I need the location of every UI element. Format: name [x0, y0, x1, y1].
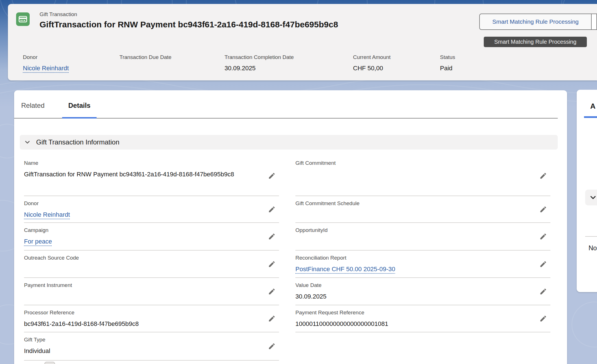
object-label: Gift Transaction	[40, 11, 338, 17]
edit-outreach-source-code-button[interactable]	[268, 260, 276, 268]
field-row-outreach-source-code: Outreach Source Code	[24, 251, 279, 278]
field-value: GiftTransaction for RNW Payment bc943f61…	[24, 169, 279, 180]
highlight-transaction-due-date: Transaction Due Date	[119, 54, 171, 65]
divider	[585, 236, 597, 237]
field-row-processor-reference: Processor Referencebc943f61-2a16-419d-81…	[24, 305, 279, 332]
field-row-gift-type: Gift TypeIndividual	[24, 332, 279, 361]
field-value: 30.09.2025	[295, 291, 550, 302]
edit-pencil-icon	[268, 315, 276, 323]
edit-reconciliation-report-button[interactable]	[539, 260, 547, 268]
highlight-value: CHF 50,00	[353, 65, 391, 72]
highlight-current-amount: Current AmountCHF 50,00	[353, 54, 391, 72]
field-value[interactable]: For peace	[24, 236, 279, 247]
field-label: Value Date	[295, 282, 550, 288]
edit-pencil-icon	[268, 233, 276, 240]
record-header-card: Gift Transaction GiftTransaction for RNW…	[8, 4, 597, 80]
field-row-value-date: Value Date30.09.2025	[295, 278, 550, 305]
edit-gift-commitment-schedule-button[interactable]	[539, 205, 547, 213]
action-button-tooltip: Smart Matching Rule Processing	[484, 37, 587, 47]
field-row-payment-instrument: Payment Instrument	[24, 278, 279, 305]
field-label: Payment Request Reference	[295, 310, 550, 316]
tab-details[interactable]: Details	[56, 102, 103, 118]
edit-pencil-icon	[268, 205, 276, 213]
section-title: Gift Transaction Information	[36, 138, 119, 146]
field-value: Individual	[24, 345, 279, 357]
field-column-left: NameGiftTransaction for RNW Payment bc94…	[24, 156, 279, 361]
field-row-name: NameGiftTransaction for RNW Payment bc94…	[24, 156, 279, 196]
field-label: Payment Instrument	[24, 282, 279, 288]
field-row-reconciliation-report: Reconciliation ReportPostFinance CHF 50.…	[295, 251, 550, 278]
tab-activity-partial[interactable]: A	[584, 102, 597, 118]
activity-empty-text-partial: No	[589, 244, 597, 252]
field-label: Gift Commitment Schedule	[295, 200, 550, 207]
field-label: Reconciliation Report	[295, 255, 550, 261]
highlight-label: Donor	[23, 54, 69, 60]
highlight-label: Transaction Completion Date	[225, 54, 294, 60]
edit-pencil-icon	[539, 172, 547, 179]
edit-pencil-icon	[268, 260, 276, 268]
highlight-value: 30.09.2025	[225, 65, 294, 72]
edit-campaign-button[interactable]	[268, 233, 276, 240]
field-row-opportunityid: OpportunityId	[295, 223, 550, 251]
field-label: Donor	[24, 200, 279, 207]
edit-pencil-icon	[268, 288, 276, 295]
edit-pencil-icon	[539, 205, 547, 213]
record-tabs: Related Details	[14, 90, 558, 119]
chevron-down-icon	[24, 139, 31, 146]
field-label: Gift Type	[24, 337, 279, 343]
edit-gift-commitment-button[interactable]	[539, 172, 547, 179]
section-gift-transaction-information[interactable]: Gift Transaction Information	[20, 135, 558, 150]
field-label: Name	[24, 160, 279, 166]
highlight-label: Status	[440, 54, 455, 60]
highlight-value[interactable]: Nicole Reinhardt	[23, 65, 69, 72]
edit-name-button[interactable]	[268, 172, 276, 179]
edit-processor-reference-button[interactable]	[268, 315, 276, 323]
tab-related[interactable]: Related	[14, 102, 56, 118]
collapse-section-button[interactable]	[585, 190, 597, 205]
field-column-right: Gift CommitmentGift Commitment ScheduleO…	[295, 156, 550, 361]
header-action-buttons: Smart Matching Rule Processing	[479, 14, 597, 30]
edit-payment-instrument-button[interactable]	[268, 288, 276, 295]
field-row-gift-commitment-schedule: Gift Commitment Schedule	[295, 196, 550, 223]
field-label: OpportunityId	[295, 227, 550, 233]
edit-gift-type-button[interactable]	[268, 343, 276, 350]
credit-card-icon	[18, 14, 28, 24]
edit-value-date-button[interactable]	[539, 288, 547, 295]
field-label: Gift Commitment	[295, 160, 550, 166]
field-row-gift-commitment: Gift Commitment	[295, 156, 550, 196]
highlight-transaction-completion-date: Transaction Completion Date30.09.2025	[225, 54, 294, 72]
scrollbar-thumb[interactable]	[44, 362, 55, 364]
more-actions-button-partial[interactable]	[592, 14, 597, 30]
field-value: bc943f61-2a16-419d-8168-f47be695b9c8	[24, 318, 279, 330]
smart-matching-rule-processing-button[interactable]: Smart Matching Rule Processing	[479, 14, 592, 30]
field-row-campaign: CampaignFor peace	[24, 223, 279, 251]
record-title: GiftTransaction for RNW Payment bc943f61…	[40, 20, 338, 29]
highlight-label: Transaction Due Date	[119, 54, 171, 60]
edit-pencil-icon	[539, 315, 547, 323]
field-value[interactable]: PostFinance CHF 50.00 2025-09-30	[295, 264, 550, 275]
edit-donor-button[interactable]	[268, 205, 276, 213]
field-row-payment-request-reference: Payment Request Reference100001100000000…	[295, 305, 550, 332]
highlight-value: Paid	[440, 65, 455, 72]
field-value[interactable]: Nicole Reinhardt	[24, 209, 279, 220]
chevron-down-icon	[589, 193, 597, 202]
gift-transaction-object-icon	[16, 12, 30, 26]
edit-opportunityid-button[interactable]	[539, 233, 547, 240]
edit-pencil-icon	[539, 288, 547, 295]
edit-payment-request-reference-button[interactable]	[539, 315, 547, 323]
highlight-status: StatusPaid	[440, 54, 455, 72]
highlights-panel: DonorNicole ReinhardtTransaction Due Dat…	[23, 54, 589, 77]
edit-pencil-icon	[539, 260, 547, 268]
edit-pencil-icon	[268, 172, 276, 179]
activity-panel-card: A No	[577, 90, 597, 292]
activity-tabs: A	[577, 90, 597, 118]
record-detail-card: Related Details Gift Transaction Informa…	[14, 90, 567, 364]
field-value: 100001100000000000000001081	[295, 318, 550, 330]
field-label: Processor Reference	[24, 310, 279, 316]
edit-pencil-icon	[539, 233, 547, 240]
field-row-donor: DonorNicole Reinhardt	[24, 196, 279, 223]
field-grid: NameGiftTransaction for RNW Payment bc94…	[14, 150, 550, 361]
field-label: Outreach Source Code	[24, 255, 279, 261]
highlight-label: Current Amount	[353, 54, 391, 60]
edit-pencil-icon	[268, 343, 276, 350]
